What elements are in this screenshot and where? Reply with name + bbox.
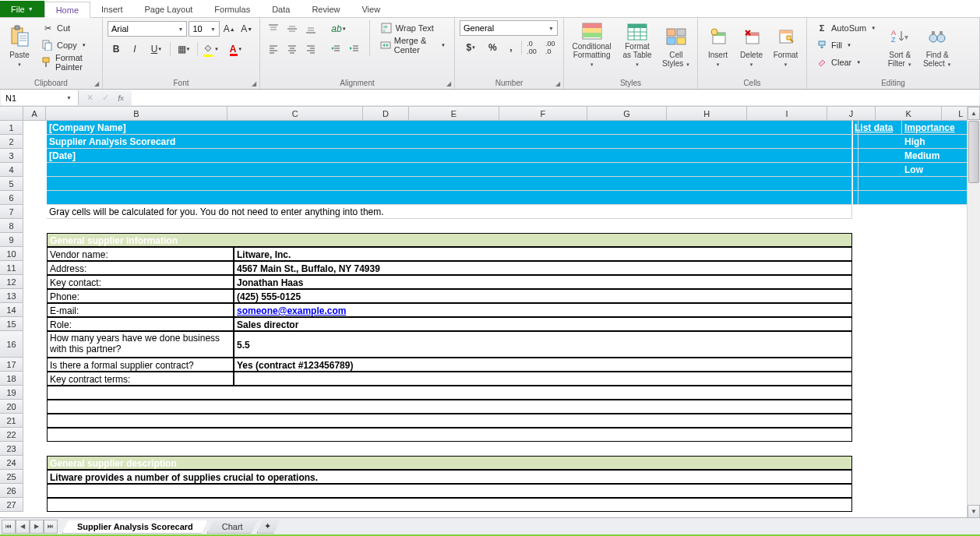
col-header-B[interactable]: B: [46, 107, 227, 121]
info-value-13[interactable]: (425) 555-0125: [234, 289, 852, 303]
sheet-tab-chart[interactable]: Chart: [207, 520, 258, 534]
col-header-I[interactable]: I: [747, 107, 827, 121]
col-header-H[interactable]: H: [667, 107, 747, 121]
company-name[interactable]: [Company Name]: [47, 121, 852, 135]
sheet-tab-scorecard[interactable]: Supplier Analysis Scorecard: [62, 520, 208, 534]
row-header-11[interactable]: 11: [0, 261, 23, 275]
align-bottom-button[interactable]: [302, 20, 319, 37]
info-label-17[interactable]: Is there a formal supplier contract?: [47, 358, 234, 372]
tab-view[interactable]: View: [351, 1, 391, 17]
contract-terms-row-21[interactable]: [47, 414, 852, 428]
contract-terms-row-19[interactable]: [47, 386, 852, 400]
row-header-21[interactable]: 21: [0, 414, 23, 428]
row-header-27[interactable]: 27: [0, 498, 23, 512]
cells-area[interactable]: [Company Name]Supplier Analysis Scorecar…: [23, 121, 980, 518]
copy-button[interactable]: Copy▼: [37, 37, 97, 53]
tab-insert[interactable]: Insert: [90, 1, 134, 17]
decrease-decimal-button[interactable]: .00.0: [541, 39, 559, 56]
font-launcher-icon[interactable]: ◢: [252, 80, 256, 87]
desc-row-27[interactable]: [47, 498, 852, 512]
clipboard-launcher-icon[interactable]: ◢: [94, 80, 99, 87]
number-launcher-icon[interactable]: ◢: [555, 80, 560, 87]
prev-sheet-button[interactable]: ◀: [16, 520, 30, 534]
format-as-table-button[interactable]: Format as Table ▼: [618, 20, 657, 72]
tab-formulas[interactable]: Formulas: [203, 1, 261, 17]
comma-button[interactable]: ,: [502, 39, 520, 56]
contract-terms-row-22[interactable]: [47, 428, 852, 442]
cell-J1[interactable]: [852, 121, 858, 135]
vertical-scrollbar[interactable]: ▲ ▼: [967, 107, 980, 518]
row-header-10[interactable]: 10: [0, 247, 23, 261]
percent-button[interactable]: %: [484, 39, 501, 56]
col-header-F[interactable]: F: [499, 107, 587, 121]
delete-button[interactable]: Delete▼: [736, 20, 767, 72]
row-header-1[interactable]: 1: [0, 121, 23, 135]
wrap-text-button[interactable]: abcWrap Text: [376, 20, 449, 36]
scroll-thumb[interactable]: [968, 121, 979, 183]
importance-low[interactable]: Low: [902, 163, 971, 177]
info-label-10[interactable]: Vendor name:: [47, 247, 234, 261]
orientation-button[interactable]: ab▼: [327, 20, 351, 37]
row-header-7[interactable]: 7: [0, 205, 23, 219]
row-header-24[interactable]: 24: [0, 456, 23, 470]
info-label-11[interactable]: Address:: [47, 261, 234, 275]
row-header-12[interactable]: 12: [0, 275, 23, 289]
row-header-5[interactable]: 5: [0, 177, 23, 191]
info-label-13[interactable]: Phone:: [47, 289, 234, 303]
importance-medium[interactable]: Medium: [902, 149, 971, 163]
bold-button[interactable]: B: [108, 41, 125, 58]
new-sheet-button[interactable]: ✦: [257, 520, 280, 534]
info-value-10[interactable]: Litware, Inc.: [234, 247, 852, 261]
info-value-17[interactable]: Yes (contract #123456789): [234, 358, 852, 372]
info-value-18[interactable]: [234, 372, 852, 386]
row-header-14[interactable]: 14: [0, 303, 23, 317]
row-header-17[interactable]: 17: [0, 358, 23, 372]
info-label-15[interactable]: Role:: [47, 317, 234, 331]
clear-button[interactable]: Clear▼: [812, 55, 880, 70]
info-label-16[interactable]: How many years have we done business wit…: [47, 331, 234, 358]
supplier-description[interactable]: Litware provides a number of supplies cr…: [47, 470, 852, 484]
row-header-13[interactable]: 13: [0, 289, 23, 303]
row-header-20[interactable]: 20: [0, 400, 23, 414]
info-value-15[interactable]: Sales director: [234, 317, 852, 331]
importance-header[interactable]: Importance: [902, 121, 971, 135]
col-header-J[interactable]: J: [827, 107, 876, 121]
align-top-button[interactable]: [265, 20, 282, 37]
section-supplier-info[interactable]: General supplier information: [47, 233, 852, 247]
cut-button[interactable]: ✂Cut: [37, 20, 97, 36]
row-header-8[interactable]: 8: [0, 219, 23, 233]
name-box[interactable]: ▼: [1, 90, 79, 105]
col-header-D[interactable]: D: [363, 107, 408, 121]
select-all-corner[interactable]: [0, 107, 23, 121]
row-header-25[interactable]: 25: [0, 470, 23, 484]
col-header-G[interactable]: G: [587, 107, 668, 121]
next-sheet-button[interactable]: ▶: [30, 520, 44, 534]
cell-J4[interactable]: [852, 163, 858, 177]
row-header-19[interactable]: 19: [0, 386, 23, 400]
formula-input[interactable]: [132, 90, 979, 105]
info-value-14[interactable]: someone@example.com: [234, 303, 852, 317]
merge-center-button[interactable]: Merge & Center▼: [376, 37, 449, 53]
fill-button[interactable]: Fill▼: [812, 37, 880, 53]
col-header-A[interactable]: A: [23, 107, 46, 121]
font-name-select[interactable]: Arial▼: [108, 21, 187, 37]
row-header-4[interactable]: 4: [0, 163, 23, 177]
tab-review[interactable]: Review: [301, 1, 351, 17]
file-tab[interactable]: File ▼: [0, 1, 44, 17]
row-header-2[interactable]: 2: [0, 135, 23, 149]
row-header-26[interactable]: 26: [0, 484, 23, 498]
format-painter-button[interactable]: Format Painter: [37, 55, 97, 70]
cell-J6[interactable]: [852, 191, 858, 205]
namebox-dropdown-icon[interactable]: ▼: [63, 95, 75, 100]
name-box-input[interactable]: [1, 93, 63, 103]
decrease-indent-button[interactable]: [327, 41, 344, 58]
fill-color-button[interactable]: ▼: [199, 41, 223, 58]
align-left-button[interactable]: [265, 41, 282, 58]
info-label-14[interactable]: E-mail:: [47, 303, 234, 317]
autosum-button[interactable]: ΣAutoSum▼: [812, 20, 880, 36]
row-header-23[interactable]: 23: [0, 442, 23, 456]
row-header-3[interactable]: 3: [0, 149, 23, 163]
info-value-12[interactable]: Jonathan Haas: [234, 275, 852, 289]
cell-J5[interactable]: [852, 177, 858, 191]
date-field[interactable]: [Date]: [47, 149, 852, 163]
